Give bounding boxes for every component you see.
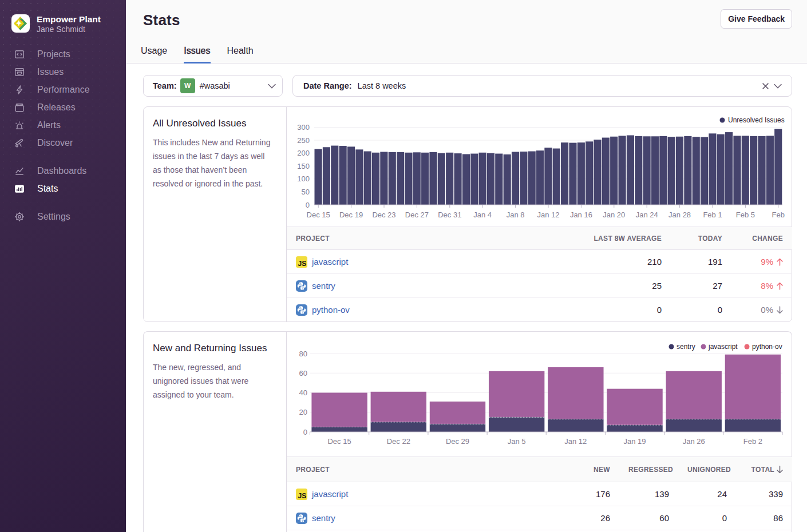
svg-text:Dec 15: Dec 15 [327, 437, 351, 446]
svg-text:Jan 12: Jan 12 [564, 437, 587, 446]
svg-text:50: 50 [302, 188, 310, 196]
svg-text:Jan 28: Jan 28 [668, 211, 691, 219]
svg-text:sentry: sentry [677, 343, 695, 351]
svg-text:0: 0 [306, 201, 310, 209]
svg-text:Jan 5: Jan 5 [508, 437, 526, 446]
svg-text:Dec 29: Dec 29 [446, 437, 469, 446]
svg-text:60: 60 [299, 369, 307, 378]
svg-text:Jan 4: Jan 4 [473, 211, 492, 219]
svg-text:20: 20 [299, 408, 307, 416]
svg-text:Feb 5: Feb 5 [736, 211, 755, 219]
svg-text:40: 40 [299, 388, 307, 397]
svg-text:Dec 19: Dec 19 [339, 211, 363, 219]
svg-text:JS: JS [298, 260, 307, 268]
svg-text:Dec 23: Dec 23 [372, 211, 395, 219]
svg-text:Jan 26: Jan 26 [683, 437, 705, 446]
svg-text:250: 250 [297, 136, 310, 145]
svg-text:Jan 20: Jan 20 [603, 211, 625, 219]
svg-text:Jan 16: Jan 16 [570, 211, 592, 219]
svg-text:python-ov: python-ov [752, 343, 782, 351]
svg-text:Dec 27: Dec 27 [405, 211, 429, 219]
svg-text:Dec 31: Dec 31 [438, 211, 461, 219]
svg-text:200: 200 [297, 149, 310, 157]
svg-text:300: 300 [297, 123, 310, 132]
svg-text:Jan 19: Jan 19 [623, 437, 646, 446]
svg-text:Feb: Feb [772, 211, 785, 219]
svg-text:Jan 8: Jan 8 [507, 211, 525, 219]
svg-text:Feb 2: Feb 2 [743, 437, 762, 446]
svg-text:Jan 12: Jan 12 [537, 211, 559, 219]
svg-text:Feb 1: Feb 1 [703, 211, 722, 219]
svg-text:JS: JS [298, 492, 307, 500]
svg-text:javascript: javascript [708, 343, 738, 351]
svg-text:Dec 22: Dec 22 [387, 437, 410, 446]
svg-text:Jan 24: Jan 24 [636, 211, 658, 219]
svg-text:Unresolved Issues: Unresolved Issues [728, 116, 785, 124]
svg-text:Dec 15: Dec 15 [307, 211, 330, 219]
svg-text:100: 100 [297, 174, 310, 183]
svg-text:0: 0 [303, 428, 307, 436]
svg-text:80: 80 [299, 350, 307, 358]
svg-text:150: 150 [297, 162, 310, 170]
